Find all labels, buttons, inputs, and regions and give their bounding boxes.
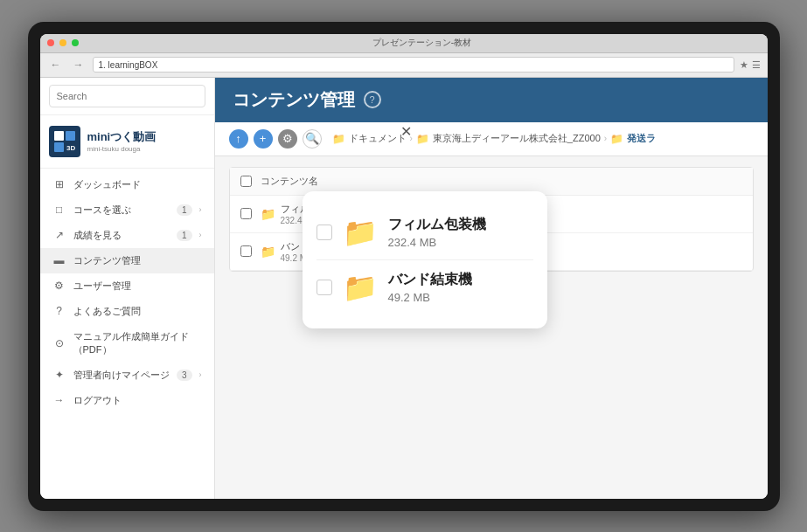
sidebar-label-users: ユーザー管理: [73, 280, 202, 293]
svg-rect-2: [54, 142, 64, 152]
sidebar-label-faq: よくあるご質問: [73, 305, 202, 318]
popup-info-band: バンド結束機 49.2 MB: [388, 271, 533, 304]
content-icon: ▬: [52, 254, 66, 266]
header-checkbox[interactable]: [240, 176, 252, 187]
svg-rect-0: [54, 131, 64, 141]
folder-icon-docs: 📁: [332, 133, 345, 145]
popup-item-film[interactable]: 📁 フィルム包装機 232.4 MB: [317, 205, 533, 260]
results-icon: ↗: [52, 229, 66, 241]
faq-icon: ?: [52, 305, 66, 317]
breadcrumb-search-btn[interactable]: 🔍: [303, 129, 322, 149]
svg-text:3D: 3D: [66, 144, 75, 152]
breadcrumb-path: 📁 ドキュメント › 📁 東京海上ディーアール株式会社_ZZ000 › 📁 発送…: [332, 132, 657, 145]
close-titlebar-btn[interactable]: [47, 39, 54, 46]
popup-folder-icon-film: 📁: [343, 216, 378, 249]
header-label: コンテンツ名: [261, 175, 318, 188]
tablet-frame: プレゼンテーション-教材 ← → 1. learningBOX ★ ☰: [28, 22, 780, 511]
folder-icon-band: 📁: [261, 245, 275, 259]
sidebar-label-manual: マニュアル作成簡単ガイド（PDF）: [73, 330, 202, 356]
users-icon: ⚙: [52, 280, 66, 292]
nav-icons: ★ ☰: [740, 59, 761, 71]
breadcrumb-bar: ↑ + ⚙ 🔍 📁 ドキュメント › 📁 東京海上ディーアール株式会社_ZZ00…: [215, 122, 768, 156]
breadcrumb-actions: ↑ + ⚙ 🔍: [229, 129, 322, 149]
browser-window: プレゼンテーション-教材 ← → 1. learningBOX ★ ☰: [40, 34, 768, 499]
logo-main: miniつく動画: [87, 129, 157, 145]
folder-icon-film: 📁: [261, 207, 275, 221]
breadcrumb-add-btn[interactable]: +: [254, 129, 273, 149]
bookmark-icon[interactable]: ★: [740, 59, 748, 71]
popup-size-film: 232.4 MB: [388, 236, 533, 249]
course-badge: 1: [177, 204, 192, 216]
sidebar-item-course[interactable]: □ コースを選ぶ 1 ›: [40, 197, 214, 223]
results-badge: 1: [177, 230, 192, 241]
sidebar-item-logout[interactable]: → ログアウト: [40, 388, 214, 413]
address-text: 1. learningBOX: [99, 60, 158, 70]
course-arrow: ›: [199, 205, 202, 214]
app-layout: 3D miniつく動画 mini-tsuku douga ⊞ ダッシュボード □: [40, 78, 768, 499]
popup-size-band: 49.2 MB: [388, 291, 533, 304]
titlebar-text: プレゼンテーション-教材: [84, 37, 761, 49]
popup-name-band: バンド結束機: [388, 271, 533, 289]
popup-folder-icon-band: 📁: [343, 271, 378, 304]
sidebar-label-logout: ログアウト: [73, 394, 202, 407]
row-checkbox-film[interactable]: [240, 208, 252, 219]
sidebar-item-faq[interactable]: ? よくあるご質問: [40, 299, 214, 324]
help-icon[interactable]: ?: [364, 91, 381, 108]
forward-btn[interactable]: →: [70, 57, 87, 73]
sidebar-item-results[interactable]: ↗ 成績を見る 1 ›: [40, 223, 214, 248]
dashboard-icon: ⊞: [52, 178, 66, 190]
course-icon: □: [52, 204, 66, 216]
sidebar: 3D miniつく動画 mini-tsuku douga ⊞ ダッシュボード □: [40, 78, 215, 499]
sidebar-label-content: コンテンツ管理: [73, 254, 202, 267]
breadcrumb-up-btn[interactable]: ↑: [229, 129, 248, 149]
back-btn[interactable]: ←: [47, 57, 65, 73]
popup-checkbox-band[interactable]: [317, 280, 332, 295]
min-titlebar-btn[interactable]: [59, 39, 66, 46]
logout-icon: →: [52, 394, 66, 406]
sidebar-label-course: コースを選ぶ: [73, 204, 170, 217]
results-arrow: ›: [199, 231, 202, 239]
popup-item-band[interactable]: 📁 バンド結束機 49.2 MB: [317, 260, 533, 314]
bc-sep-2: ›: [604, 134, 607, 143]
sidebar-item-admin[interactable]: ✦ 管理者向けマイページ 3 ›: [40, 363, 214, 388]
bc-item-company[interactable]: 東京海上ディーアール株式会社_ZZ000: [433, 132, 601, 145]
sidebar-label-admin: 管理者向けマイページ: [73, 369, 170, 382]
svg-rect-1: [66, 131, 75, 141]
popup-name-film: フィルム包装機: [388, 216, 533, 234]
menu-icon[interactable]: ☰: [752, 59, 761, 71]
popup-card: 📁 フィルム包装機 232.4 MB 📁 バンド結束機 49.2 M: [303, 191, 547, 328]
content-header: コンテンツ管理 ?: [215, 78, 768, 122]
folder-icon-hassoura: 📁: [610, 133, 623, 145]
sidebar-item-users[interactable]: ⚙ ユーザー管理: [40, 273, 214, 299]
content-title: コンテンツ管理: [233, 88, 355, 112]
logo-text: miniつく動画 mini-tsuku douga: [87, 129, 157, 153]
max-titlebar-btn[interactable]: [72, 39, 79, 46]
sidebar-label-results: 成績を見る: [73, 229, 170, 242]
sidebar-label-dashboard: ダッシュボード: [73, 178, 202, 191]
folder-icon-company: 📁: [416, 133, 429, 145]
address-bar[interactable]: 1. learningBOX: [93, 57, 734, 73]
main-content: ✕ コンテンツ管理 ? ↑ + ⚙ 🔍 📁 ドキュメ: [215, 78, 768, 499]
popup-checkbox-film[interactable]: [317, 225, 332, 240]
sidebar-nav: ⊞ ダッシュボード □ コースを選ぶ 1 › ↗ 成績を見る 1 ›: [40, 169, 214, 499]
browser-titlebar: プレゼンテーション-教材: [40, 34, 768, 53]
breadcrumb-settings-btn[interactable]: ⚙: [278, 129, 297, 149]
logo-icon: 3D: [49, 126, 80, 157]
sidebar-item-dashboard[interactable]: ⊞ ダッシュボード: [40, 172, 214, 197]
sidebar-item-content[interactable]: ▬ コンテンツ管理: [40, 248, 214, 273]
logo-area: 3D miniつく動画 mini-tsuku douga: [40, 115, 214, 169]
search-input[interactable]: [49, 85, 205, 107]
logo-sub: mini-tsuku douga: [87, 145, 157, 153]
close-button[interactable]: ✕: [397, 120, 415, 143]
popup-info-film: フィルム包装機 232.4 MB: [388, 216, 533, 249]
admin-icon: ✦: [52, 369, 66, 381]
admin-badge: 3: [177, 370, 192, 381]
table-area: コンテンツ名 📁 フィルム包装機 232.4 MB �: [215, 156, 768, 499]
browser-navbar: ← → 1. learningBOX ★ ☰: [40, 53, 768, 78]
search-box: [40, 78, 214, 115]
bc-item-hassoura[interactable]: 発送ラ: [627, 132, 656, 145]
manual-icon: ⊙: [52, 337, 66, 349]
admin-arrow: ›: [199, 370, 202, 379]
row-checkbox-band[interactable]: [240, 245, 252, 257]
sidebar-item-manual[interactable]: ⊙ マニュアル作成簡単ガイド（PDF）: [40, 324, 214, 363]
